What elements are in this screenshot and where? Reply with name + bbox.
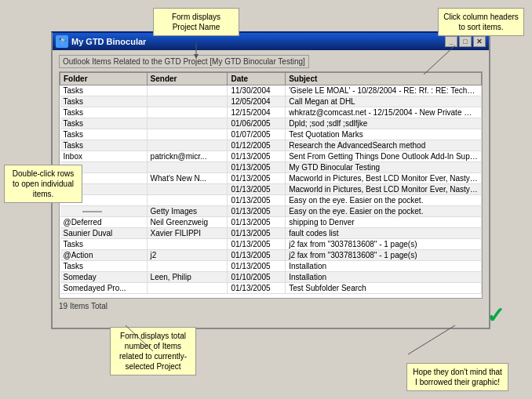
table-cell: j2 fax from "3037813608" - 1 page(s): [286, 250, 482, 261]
table-cell: [147, 85, 228, 96]
table-cell: Macworld in Pictures, Best LCD Monitor E…: [286, 173, 482, 184]
table-row[interactable]: @DeferredNeil Greenzweig01/13/2005shippi…: [60, 217, 482, 228]
table-cell: Dpld; ;sod ;sdlf ;sdlfjke: [286, 118, 482, 129]
col-subject[interactable]: Subject: [286, 73, 482, 85]
table-cell: [147, 118, 228, 129]
table-row[interactable]: 01/13/2005My GTD Binocular Testing: [60, 162, 482, 173]
table-row[interactable]: Inboxpatrickn@micr...01/13/2005Sent From…: [60, 151, 482, 162]
checkmark-icon: ✓: [486, 303, 505, 328]
table-cell: Installation: [286, 272, 482, 283]
table-cell: j2: [147, 250, 228, 261]
close-button[interactable]: ✕: [473, 36, 486, 47]
callout-columns: Click column headers to sort items.: [438, 8, 524, 36]
table-cell: 01/13/2005: [228, 195, 286, 206]
table-cell: 11/30/2004: [228, 85, 286, 96]
table-cell: Somedayed Pro...: [60, 283, 148, 294]
callout-total: Form displays total number of Items rela…: [110, 327, 196, 375]
table-cell: 01/13/2005: [228, 261, 286, 272]
table-row[interactable]: SomedayLeen, Philip01/10/2005Installatio…: [60, 272, 482, 283]
table-cell: Tasks: [60, 107, 148, 118]
table-cell: Call Megan at DHL: [286, 96, 482, 107]
table-row[interactable]: 01/13/2005Easy on the eye. Easier on the…: [60, 195, 482, 206]
table-cell: 12/15/2004: [228, 107, 286, 118]
table-cell: 12/05/2004: [228, 96, 286, 107]
table-row[interactable]: Tasks11/30/2004'Gisele LE MOAL' - 10/28/…: [60, 85, 482, 96]
callout-project: Form displays Project Name: [153, 8, 239, 36]
col-folder[interactable]: Folder: [60, 73, 148, 85]
table-cell: 01/13/2005: [228, 173, 286, 184]
table-cell: Easy on the eye. Easier on the pocket.: [286, 195, 482, 206]
table-cell: Installation: [286, 261, 482, 272]
table-cell: Getty Images: [147, 206, 228, 217]
table-cell: [147, 195, 228, 206]
table-cell: [147, 184, 228, 195]
table-cell: What's New N...: [147, 173, 228, 184]
table-cell: 01/10/2005: [228, 272, 286, 283]
table-row[interactable]: Somedayed Pro...01/13/2005Test Subfolder…: [60, 283, 482, 294]
table-cell: Neil Greenzweig: [147, 217, 228, 228]
table-header-row: Folder Sender Date Subject: [60, 73, 482, 85]
table-cell: 01/12/2005: [228, 140, 286, 151]
table-row[interactable]: Tasks12/05/2004Call Megan at DHL: [60, 96, 482, 107]
callout-doubleclick: Double-click rows to open individual ite…: [4, 165, 82, 203]
col-sender[interactable]: Sender: [147, 73, 228, 85]
table-cell: @Deferred: [60, 217, 148, 228]
table-cell: Xavier FILIPPI: [147, 228, 228, 239]
callout-graphic: Hope they don't mind that I borrowed the…: [406, 363, 508, 391]
table-cell: 01/13/2005: [228, 250, 286, 261]
table-cell: Easy on the eye. Easier on the pocket.: [286, 206, 482, 217]
table-row[interactable]: Tasks01/06/2005Dpld; ;sod ;sdlf ;sdlfjke: [60, 118, 482, 129]
table-cell: [147, 283, 228, 294]
table-cell: fault codes list: [286, 228, 482, 239]
table-cell: Tasks: [60, 140, 148, 151]
minimize-button[interactable]: _: [445, 36, 457, 47]
items-table-container[interactable]: Folder Sender Date Subject Tasks11/30/20…: [59, 71, 483, 299]
status-bar: 19 Items Total: [59, 302, 483, 310]
table-cell: j2 fax from "3037813608" - 1 page(s): [286, 239, 482, 250]
table-cell: Someday: [60, 272, 148, 283]
table-row[interactable]: Getty Images01/13/2005Easy on the eye. E…: [60, 206, 482, 217]
table-cell: 'Gisele LE MOAL' - 10/28/2004 - RE: Rf. …: [286, 85, 482, 96]
app-icon: 🔭: [56, 35, 68, 48]
title-bar: 🔭 My GTD Binocular _ □ ✕: [53, 33, 489, 50]
table-cell: @Action: [60, 250, 148, 261]
table-row[interactable]: What's New N...01/13/2005Macworld in Pic…: [60, 173, 482, 184]
table-cell: 01/13/2005: [228, 162, 286, 173]
table-cell: 01/13/2005: [228, 239, 286, 250]
maximize-button[interactable]: □: [459, 36, 472, 47]
table-cell: Inbox: [60, 151, 148, 162]
table-cell: Tasks: [60, 261, 148, 272]
table-row[interactable]: Tasks01/12/2005Research the AdvancedSear…: [60, 140, 482, 151]
table-cell: Leen, Philip: [147, 272, 228, 283]
table-cell: Sent From Getting Things Done Outlook Ad…: [286, 151, 482, 162]
window-content: Outlook Items Related to the GTD Project…: [53, 50, 489, 328]
section-label: Outlook Items Related to the GTD Project…: [59, 55, 309, 68]
table-cell: Saunier Duval: [60, 228, 148, 239]
table-row[interactable]: Tasks01/13/2005j2 fax from "3037813608" …: [60, 239, 482, 250]
table-cell: Test Subfolder Search: [286, 283, 482, 294]
table-cell: [147, 107, 228, 118]
svg-line-4: [408, 325, 455, 354]
table-row[interactable]: Tasks01/07/2005Test Quotation Marks: [60, 129, 482, 140]
table-cell: Tasks: [60, 239, 148, 250]
col-date[interactable]: Date: [228, 73, 286, 85]
table-cell: [60, 206, 148, 217]
table-cell: [147, 129, 228, 140]
table-cell: Tasks: [60, 96, 148, 107]
table-cell: 01/13/2005: [228, 283, 286, 294]
table-row[interactable]: Saunier DuvalXavier FILIPPI01/13/2005fau…: [60, 228, 482, 239]
table-cell: patrickn@micr...: [147, 151, 228, 162]
table-cell: 01/13/2005: [228, 217, 286, 228]
table-cell: shipping to Denver: [286, 217, 482, 228]
table-cell: 01/07/2005: [228, 129, 286, 140]
table-cell: Test Quotation Marks: [286, 129, 482, 140]
table-cell: [147, 96, 228, 107]
table-cell: Macworld in Pictures, Best LCD Monitor E…: [286, 184, 482, 195]
table-cell: 01/13/2005: [228, 228, 286, 239]
table-row[interactable]: Tasks12/15/2004whkratz@comcast.net - 12/…: [60, 107, 482, 118]
table-row[interactable]: @Actionj201/13/2005j2 fax from "30378136…: [60, 250, 482, 261]
table-cell: Tasks: [60, 129, 148, 140]
table-row[interactable]: 01/13/2005Macworld in Pictures, Best LCD…: [60, 184, 482, 195]
table-row[interactable]: Tasks01/13/2005Installation: [60, 261, 482, 272]
table-cell: [147, 162, 228, 173]
